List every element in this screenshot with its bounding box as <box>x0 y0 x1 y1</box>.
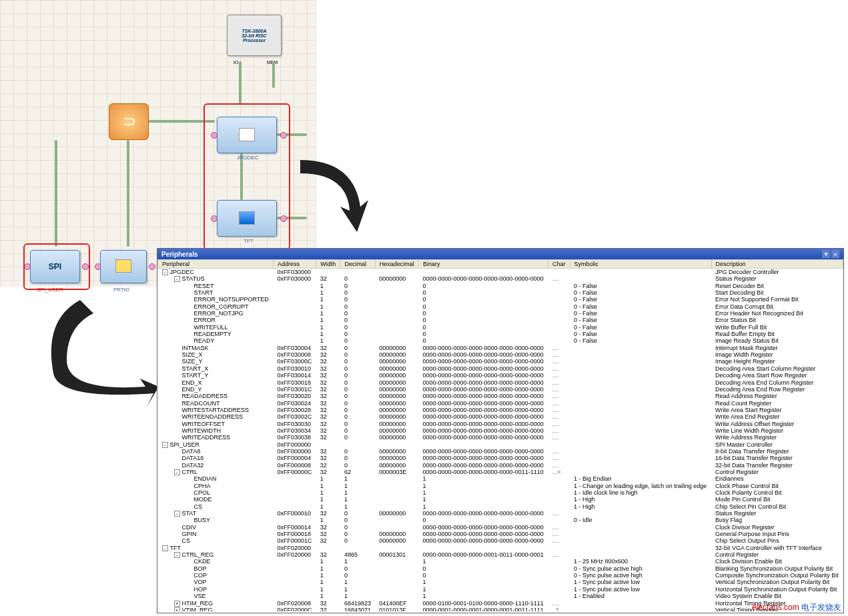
table-row[interactable]: VSE1111 - EnabledVideo System Enable Bit <box>158 593 843 599</box>
table-row[interactable]: END_X0xFF030018320000000000000-0000-0000… <box>158 379 843 386</box>
table-row[interactable]: BUSY1000 - IdleBusy Flag <box>158 517 843 523</box>
table-row[interactable]: CPHA1111 - Change on leading edge, latch… <box>158 483 843 489</box>
tree-collapse-icon[interactable]: - <box>174 469 180 475</box>
column-header[interactable]: Width <box>316 260 340 269</box>
cell-bin <box>419 269 548 276</box>
peripherals-table-scroll[interactable]: PeripheralAddressWidthDecimalHexadecimal… <box>157 259 843 611</box>
tree-collapse-icon[interactable]: - <box>174 511 180 517</box>
table-row[interactable]: ENDIAN1111 - Big EndianEndiannes <box>158 475 843 482</box>
processor-block[interactable]: TSK-3800A 32-bit RISC Processor <box>227 15 282 56</box>
table-row[interactable]: ERROR_NOTSUPPORTED1000 - FalseError Not … <box>158 296 843 303</box>
prtio-block[interactable] <box>100 250 147 283</box>
panel-titlebar[interactable]: Peripherals ▼ × <box>157 249 843 259</box>
cell-addr <box>274 496 316 503</box>
cell-hex <box>375 331 418 337</box>
table-row[interactable]: ERROR1000 - FalseError Status Bit <box>158 317 843 323</box>
tree-expand-icon[interactable]: + <box>174 601 180 607</box>
table-row[interactable]: READADDRESS0xFF030020320000000000000-000… <box>158 393 843 399</box>
table-row[interactable]: SIZE_X0xFF030008320000000000000-0000-000… <box>158 351 843 358</box>
cell-addr: 0xFF030018 <box>274 379 316 386</box>
table-row[interactable]: WRITEENDADDRESS0xFF03002C320000000000000… <box>158 413 843 420</box>
cell-w: 32 <box>316 421 340 427</box>
cell-bin: 1 <box>419 483 548 489</box>
table-row[interactable]: DATA80xFF000000320000000000000-0000-0000… <box>158 448 843 455</box>
table-row[interactable]: MODE1111 - HighMode Pin Control Bit <box>158 496 843 503</box>
table-row[interactable]: ERROR_NOTJPG1000 - FalseError Header Not… <box>158 310 843 317</box>
table-row[interactable]: START1000 - FalseStart Decoding Bit <box>158 289 843 296</box>
column-header[interactable]: Char <box>548 260 570 269</box>
table-row[interactable]: COP1000 - Sync pulse active highComposit… <box>158 572 843 579</box>
table-row[interactable]: WRITEOFFSET0xFF030030320000000000000-000… <box>158 421 843 427</box>
cell-sym: 0 - False <box>570 303 711 310</box>
table-row[interactable]: -SPI_USER0xFF000000SPI Master Controller <box>158 441 843 448</box>
table-row[interactable]: BOP1000 - Sync pulse active highBlanking… <box>158 565 843 572</box>
cell-addr <box>274 303 316 310</box>
table-row[interactable]: RESET1000 - FalseReset Decoder Bit <box>158 283 843 289</box>
cell-w: 1 <box>316 572 340 579</box>
table-row[interactable]: CPOL1111 - Idle clock line is highClock … <box>158 489 843 496</box>
table-row[interactable]: +HTIM_REG0xFF0200083268419823041400EF000… <box>158 600 843 607</box>
column-header[interactable]: Peripheral <box>158 260 274 269</box>
panel-close-button[interactable]: × <box>831 250 839 258</box>
schematic-canvas[interactable]: TSK-3800A 32-bit RISC Processor IO MEM S… <box>0 0 317 287</box>
column-header[interactable]: Description <box>711 260 843 269</box>
table-row[interactable]: -JPGDEC0xFF030000JPG Decoder Controller <box>158 269 843 276</box>
cell-sym: 0 - False <box>570 317 711 323</box>
column-header[interactable]: Hexadecimal <box>375 260 418 269</box>
table-row[interactable]: READY1000 - FalseImage Ready Status Bit <box>158 337 843 344</box>
table-row[interactable]: INTMASK0xFF030004320000000000000-0000-00… <box>158 345 843 351</box>
cell-dec: 1 <box>340 483 375 489</box>
table-row[interactable]: READCOUNT0xFF030024320000000000000-0000-… <box>158 400 843 407</box>
cell-ch <box>548 324 570 331</box>
table-row[interactable]: CS0xFF00001C320000000000000-0000-0000-00… <box>158 537 843 544</box>
table-row[interactable]: SIZE_Y0xFF03000C320000000000000-0000-000… <box>158 358 843 365</box>
cell-bin: 1 <box>419 558 548 565</box>
table-row[interactable]: -CTRL_REG0xFF020000324865000013010000-00… <box>158 551 843 558</box>
table-row[interactable]: -CTRL0xFF00000C32620000003E0000-0000-000… <box>158 469 843 475</box>
table-row[interactable]: READEMPTY1000 - FalseRead Buffer Empty B… <box>158 331 843 337</box>
table-row[interactable]: START_X0xFF030010320000000000000-0000-00… <box>158 365 843 372</box>
table-row[interactable]: -TFT0xFF02000032-bit VGA Controller with… <box>158 545 843 551</box>
cell-sym <box>570 600 711 607</box>
tree-expand-icon[interactable]: + <box>174 607 180 611</box>
column-header[interactable]: Address <box>274 260 316 269</box>
table-row[interactable]: WRITEADDRESS0xFF030038320000000000000-00… <box>158 434 843 441</box>
table-row[interactable]: CS1111 - HighChip Select Pin Control Bit <box>158 503 843 510</box>
table-row[interactable]: DATA320xFF000008320000000000000-0000-000… <box>158 462 843 469</box>
column-header[interactable]: Symbolic <box>570 260 711 269</box>
cell-bin: 0000-0000-0000-0000-0000-0000-0000-0000 <box>419 393 548 399</box>
peripheral-name: DATA16 <box>182 455 204 461</box>
cell-hex <box>375 545 418 551</box>
table-row[interactable]: CDIV0xFF0000143200000-0000-0000-0000-000… <box>158 524 843 531</box>
table-row[interactable]: ERROR_CORRUPT1000 - FalseError Data Corr… <box>158 303 843 310</box>
column-header[interactable]: Decimal <box>340 260 375 269</box>
cell-addr: 0xFF030030 <box>274 421 316 427</box>
table-row[interactable]: START_Y0xFF030014320000000000000-0000-00… <box>158 372 843 379</box>
table-row[interactable]: CKDE1111 - 25 MHz 800x600Clock Division … <box>158 558 843 565</box>
table-row[interactable]: HOP1111 - Sync pulse active lowHorizonta… <box>158 586 843 593</box>
table-row[interactable]: END_Y0xFF03001C320000000000000-0000-0000… <box>158 386 843 393</box>
tree-collapse-icon[interactable]: - <box>162 269 168 275</box>
bus-hub-block[interactable] <box>109 103 149 140</box>
peripheral-name: CS <box>194 503 203 510</box>
cell-addr <box>274 317 316 323</box>
cell-hex <box>375 517 418 523</box>
table-row[interactable]: -STAT0xFF000010320000000000000-0000-0000… <box>158 510 843 517</box>
table-row[interactable]: DATA160xFF000004320000000000000-0000-000… <box>158 455 843 461</box>
peripheral-name: ENDIAN <box>194 475 217 482</box>
table-row[interactable]: GPIN0xFF000018320000000000000-0000-0000-… <box>158 531 843 537</box>
table-row[interactable]: +VTIM_REG0xFF02000C32168430710101013F000… <box>158 607 843 611</box>
tree-collapse-icon[interactable]: - <box>174 552 180 558</box>
tree-collapse-icon[interactable]: - <box>174 276 180 282</box>
table-row[interactable]: -STATUS0xFF030000320000000000000-0000-00… <box>158 275 843 282</box>
table-row[interactable]: WRITESTARTADDRESS0xFF0300283200000000000… <box>158 407 843 413</box>
table-row[interactable]: WRITEFULL1000 - FalseWrite Buffer Full B… <box>158 324 843 331</box>
column-header[interactable]: Binary <box>419 260 548 269</box>
panel-dropdown-button[interactable]: ▼ <box>822 250 830 258</box>
cell-bin: 0000-0000-0000-0000-0000-0000-0011-1110 <box>419 469 548 475</box>
tree-collapse-icon[interactable]: - <box>162 545 168 551</box>
table-row[interactable]: WRITEWIDTH0xFF030034320000000000000-0000… <box>158 427 843 434</box>
cell-dec: 1 <box>340 558 375 565</box>
tree-collapse-icon[interactable]: - <box>162 442 168 448</box>
table-row[interactable]: VOP1111 - Sync pulse active lowVertical … <box>158 579 843 585</box>
